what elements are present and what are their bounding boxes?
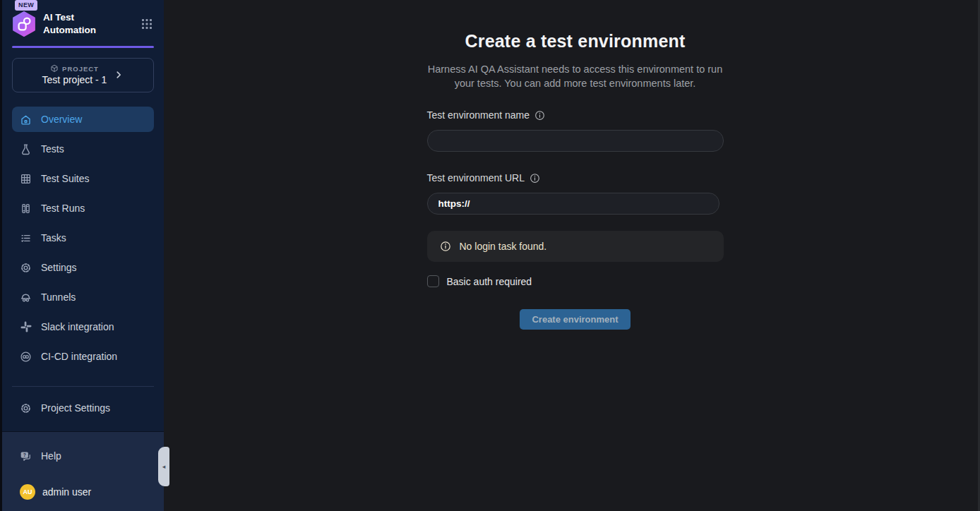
brand-divider	[12, 46, 154, 48]
sidebar: NEW AI Test Automation	[0, 0, 164, 511]
sidebar-item-tasks[interactable]: Tasks	[12, 225, 154, 251]
sidebar-item-label: Project Settings	[41, 402, 110, 414]
sidebar-item-cicd-integration[interactable]: CI-CD integration	[12, 344, 154, 369]
user-avatar: AU	[20, 484, 35, 500]
sidebar-item-label: Settings	[41, 262, 77, 273]
sidebar-item-project-settings[interactable]: Project Settings	[12, 395, 154, 421]
task-list-icon	[20, 232, 32, 244]
sidebar-item-label: CI-CD integration	[41, 351, 117, 362]
sidebar-nav: Overview Tests Test Suites	[2, 107, 164, 369]
app-title: AI Test Automation	[43, 11, 108, 36]
sidebar-item-label: Tasks	[41, 232, 66, 244]
notice-text: No login task found.	[460, 241, 547, 252]
gear-icon	[20, 262, 32, 274]
apps-grid-icon[interactable]	[140, 17, 154, 31]
app-logo-icon	[11, 11, 37, 37]
columns-icon	[20, 203, 32, 215]
url-field-label: Test environment URL	[427, 172, 724, 184]
environment-name-input[interactable]	[427, 130, 724, 152]
project-selector[interactable]: PROJECT Test project - 1	[12, 58, 154, 92]
sidebar-item-test-runs[interactable]: Test Runs	[12, 196, 154, 221]
sidebar-item-label: Tests	[41, 143, 64, 155]
sidebar-bottom: ? Help AU admin user	[2, 431, 164, 511]
link-circle-icon	[20, 351, 32, 363]
info-icon[interactable]	[530, 173, 540, 184]
slack-icon	[20, 321, 32, 332]
basic-auth-row[interactable]: Basic auth required	[427, 275, 724, 287]
sidebar-item-tests[interactable]: Tests	[12, 136, 154, 162]
home-icon	[20, 114, 32, 126]
sidebar-item-slack-integration[interactable]: Slack integration	[12, 314, 154, 339]
basic-auth-label: Basic auth required	[447, 276, 532, 287]
sidebar-item-label: Test Suites	[41, 173, 89, 184]
app-header: AI Test Automation	[11, 11, 154, 37]
sidebar-collapse-handle[interactable]: ◂	[158, 447, 169, 486]
project-label: PROJECT	[62, 65, 99, 73]
cube-icon	[50, 64, 59, 73]
basic-auth-checkbox[interactable]	[427, 275, 439, 287]
page-title: Create a test environment	[427, 31, 724, 52]
sidebar-item-label: Overview	[41, 114, 82, 125]
tunnel-icon	[20, 291, 32, 303]
help-icon: ?	[20, 450, 32, 462]
sidebar-item-tunnels[interactable]: Tunnels	[12, 284, 154, 310]
project-name: Test project - 1	[42, 74, 107, 85]
sidebar-item-settings[interactable]: Settings	[12, 255, 154, 280]
create-environment-button[interactable]: Create environment	[520, 309, 630, 330]
create-environment-panel: Create a test environment Harness AI QA …	[427, 31, 724, 511]
info-icon[interactable]	[534, 110, 545, 121]
new-badge: NEW	[15, 0, 37, 11]
sidebar-item-test-suites[interactable]: Test Suites	[12, 166, 154, 191]
sidebar-divider	[12, 386, 154, 387]
main-content: Create a test environment Harness AI QA …	[164, 0, 980, 511]
sidebar-item-label: Tunnels	[41, 291, 76, 303]
environment-url-input[interactable]	[427, 193, 719, 215]
help-label: Help	[41, 450, 61, 462]
user-menu[interactable]: AU admin user	[12, 484, 154, 504]
flask-icon	[20, 143, 32, 155]
page-subtitle: Harness AI QA Assistant needs to access …	[427, 62, 724, 90]
sidebar-item-label: Slack integration	[41, 321, 114, 332]
help-button[interactable]: ? Help	[12, 443, 154, 469]
grid-table-icon	[20, 173, 32, 185]
collapse-arrow-icon: ◂	[162, 464, 166, 470]
gear-icon	[20, 402, 32, 414]
login-task-notice: No login task found.	[427, 231, 724, 262]
svg-text:?: ?	[23, 452, 26, 457]
info-icon	[440, 241, 451, 252]
environment-form: Test environment name Test environment U…	[427, 109, 724, 330]
name-field-label: Test environment name	[427, 109, 724, 121]
sidebar-item-label: Test Runs	[41, 203, 85, 214]
user-name: admin user	[42, 486, 91, 498]
chevron-right-icon	[114, 70, 124, 80]
sidebar-item-overview[interactable]: Overview	[12, 107, 154, 132]
